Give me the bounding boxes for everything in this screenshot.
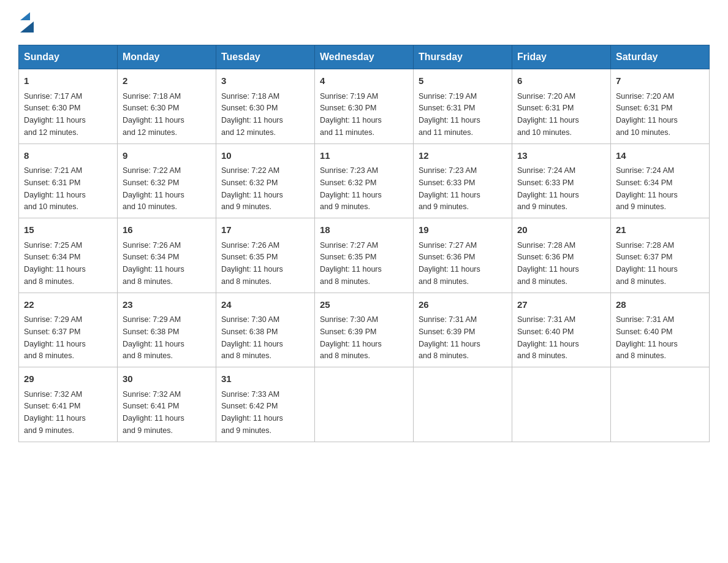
calendar-cell: 7 Sunrise: 7:20 AMSunset: 6:31 PMDayligh… [611, 69, 710, 144]
day-info: Sunrise: 7:20 AMSunset: 6:31 PMDaylight:… [616, 92, 678, 137]
day-info: Sunrise: 7:26 AMSunset: 6:35 PMDaylight:… [221, 241, 283, 286]
calendar-cell: 21 Sunrise: 7:28 AMSunset: 6:37 PMDaylig… [611, 218, 710, 293]
day-info: Sunrise: 7:33 AMSunset: 6:42 PMDaylight:… [221, 390, 283, 435]
day-number: 18 [320, 223, 408, 237]
day-info: Sunrise: 7:28 AMSunset: 6:37 PMDaylight:… [616, 241, 678, 286]
day-number: 25 [320, 298, 408, 312]
day-info: Sunrise: 7:28 AMSunset: 6:36 PMDaylight:… [517, 241, 579, 286]
day-number: 5 [419, 74, 507, 88]
calendar-cell: 16 Sunrise: 7:26 AMSunset: 6:34 PMDaylig… [118, 218, 216, 293]
calendar-cell: 11 Sunrise: 7:23 AMSunset: 6:32 PMDaylig… [315, 144, 414, 218]
calendar-cell: 4 Sunrise: 7:19 AMSunset: 6:30 PMDayligh… [315, 69, 414, 144]
week-row-5: 29 Sunrise: 7:32 AMSunset: 6:41 PMDaylig… [19, 367, 710, 442]
header-saturday: Saturday [611, 45, 710, 69]
calendar-cell: 30 Sunrise: 7:32 AMSunset: 6:41 PMDaylig… [118, 367, 216, 442]
logo-triangle-bottom [20, 21, 34, 33]
week-row-2: 8 Sunrise: 7:21 AMSunset: 6:31 PMDayligh… [19, 144, 710, 218]
calendar-cell: 1 Sunrise: 7:17 AMSunset: 6:30 PMDayligh… [19, 69, 118, 144]
logo [18, 12, 34, 33]
day-number: 24 [221, 298, 309, 312]
day-number: 11 [320, 149, 408, 163]
day-number: 14 [616, 149, 704, 163]
day-number: 9 [123, 149, 211, 163]
calendar-cell: 19 Sunrise: 7:27 AMSunset: 6:36 PMDaylig… [414, 218, 512, 293]
calendar-cell: 2 Sunrise: 7:18 AMSunset: 6:30 PMDayligh… [118, 69, 216, 144]
header-thursday: Thursday [414, 45, 512, 69]
calendar-cell: 23 Sunrise: 7:29 AMSunset: 6:38 PMDaylig… [118, 293, 216, 367]
day-info: Sunrise: 7:19 AMSunset: 6:31 PMDaylight:… [419, 92, 480, 137]
calendar-cell: 28 Sunrise: 7:31 AMSunset: 6:40 PMDaylig… [611, 293, 710, 367]
day-info: Sunrise: 7:18 AMSunset: 6:30 PMDaylight:… [221, 92, 283, 137]
day-number: 19 [419, 223, 507, 237]
calendar-cell: 8 Sunrise: 7:21 AMSunset: 6:31 PMDayligh… [19, 144, 118, 218]
day-info: Sunrise: 7:20 AMSunset: 6:31 PMDaylight:… [517, 92, 579, 137]
day-number: 7 [616, 74, 704, 88]
day-number: 28 [616, 298, 704, 312]
day-info: Sunrise: 7:27 AMSunset: 6:35 PMDaylight:… [320, 241, 382, 286]
day-number: 21 [616, 223, 704, 237]
calendar-cell [315, 367, 414, 442]
calendar-cell: 26 Sunrise: 7:31 AMSunset: 6:39 PMDaylig… [414, 293, 512, 367]
day-number: 1 [24, 74, 112, 88]
day-number: 4 [320, 74, 408, 88]
day-number: 10 [221, 149, 309, 163]
day-info: Sunrise: 7:24 AMSunset: 6:34 PMDaylight:… [616, 166, 678, 211]
day-info: Sunrise: 7:18 AMSunset: 6:30 PMDaylight:… [123, 92, 184, 137]
day-info: Sunrise: 7:22 AMSunset: 6:32 PMDaylight:… [221, 166, 283, 211]
header-friday: Friday [512, 45, 611, 69]
day-info: Sunrise: 7:31 AMSunset: 6:40 PMDaylight:… [517, 315, 579, 360]
day-info: Sunrise: 7:32 AMSunset: 6:41 PMDaylight:… [24, 390, 86, 435]
day-number: 23 [123, 298, 211, 312]
calendar-cell: 24 Sunrise: 7:30 AMSunset: 6:38 PMDaylig… [216, 293, 315, 367]
day-info: Sunrise: 7:25 AMSunset: 6:34 PMDaylight:… [24, 241, 86, 286]
day-number: 6 [517, 74, 605, 88]
week-row-4: 22 Sunrise: 7:29 AMSunset: 6:37 PMDaylig… [19, 293, 710, 367]
day-info: Sunrise: 7:26 AMSunset: 6:34 PMDaylight:… [123, 241, 184, 286]
calendar-cell: 9 Sunrise: 7:22 AMSunset: 6:32 PMDayligh… [118, 144, 216, 218]
calendar-cell: 13 Sunrise: 7:24 AMSunset: 6:33 PMDaylig… [512, 144, 611, 218]
day-info: Sunrise: 7:31 AMSunset: 6:39 PMDaylight:… [419, 315, 480, 360]
calendar-cell: 12 Sunrise: 7:23 AMSunset: 6:33 PMDaylig… [414, 144, 512, 218]
calendar-cell: 17 Sunrise: 7:26 AMSunset: 6:35 PMDaylig… [216, 218, 315, 293]
day-info: Sunrise: 7:23 AMSunset: 6:32 PMDaylight:… [320, 166, 382, 211]
week-row-1: 1 Sunrise: 7:17 AMSunset: 6:30 PMDayligh… [19, 69, 710, 144]
calendar-cell: 15 Sunrise: 7:25 AMSunset: 6:34 PMDaylig… [19, 218, 118, 293]
day-number: 22 [24, 298, 112, 312]
day-info: Sunrise: 7:17 AMSunset: 6:30 PMDaylight:… [24, 92, 86, 137]
day-number: 15 [24, 223, 112, 237]
day-info: Sunrise: 7:23 AMSunset: 6:33 PMDaylight:… [419, 166, 480, 211]
day-number: 26 [419, 298, 507, 312]
calendar-cell: 3 Sunrise: 7:18 AMSunset: 6:30 PMDayligh… [216, 69, 315, 144]
day-info: Sunrise: 7:29 AMSunset: 6:37 PMDaylight:… [24, 315, 86, 360]
calendar-cell: 14 Sunrise: 7:24 AMSunset: 6:34 PMDaylig… [611, 144, 710, 218]
calendar-cell: 22 Sunrise: 7:29 AMSunset: 6:37 PMDaylig… [19, 293, 118, 367]
calendar-table: SundayMondayTuesdayWednesdayThursdayFrid… [18, 45, 710, 442]
day-number: 16 [123, 223, 211, 237]
day-number: 8 [24, 149, 112, 163]
calendar-cell: 18 Sunrise: 7:27 AMSunset: 6:35 PMDaylig… [315, 218, 414, 293]
logo-triangle [20, 12, 34, 33]
day-number: 27 [517, 298, 605, 312]
day-info: Sunrise: 7:29 AMSunset: 6:38 PMDaylight:… [123, 315, 184, 360]
day-info: Sunrise: 7:30 AMSunset: 6:38 PMDaylight:… [221, 315, 283, 360]
calendar-header-row: SundayMondayTuesdayWednesdayThursdayFrid… [19, 45, 710, 69]
calendar-cell: 20 Sunrise: 7:28 AMSunset: 6:36 PMDaylig… [512, 218, 611, 293]
calendar-cell: 5 Sunrise: 7:19 AMSunset: 6:31 PMDayligh… [414, 69, 512, 144]
header-monday: Monday [118, 45, 216, 69]
day-info: Sunrise: 7:22 AMSunset: 6:32 PMDaylight:… [123, 166, 184, 211]
calendar-cell: 10 Sunrise: 7:22 AMSunset: 6:32 PMDaylig… [216, 144, 315, 218]
day-number: 30 [123, 372, 211, 386]
day-number: 17 [221, 223, 309, 237]
day-info: Sunrise: 7:19 AMSunset: 6:30 PMDaylight:… [320, 92, 382, 137]
logo-triangle-top [20, 12, 30, 20]
day-info: Sunrise: 7:30 AMSunset: 6:39 PMDaylight:… [320, 315, 382, 360]
day-number: 13 [517, 149, 605, 163]
day-number: 31 [221, 372, 309, 386]
calendar-cell: 31 Sunrise: 7:33 AMSunset: 6:42 PMDaylig… [216, 367, 315, 442]
page-header [18, 12, 710, 33]
day-number: 20 [517, 223, 605, 237]
day-info: Sunrise: 7:27 AMSunset: 6:36 PMDaylight:… [419, 241, 480, 286]
calendar-cell: 29 Sunrise: 7:32 AMSunset: 6:41 PMDaylig… [19, 367, 118, 442]
header-sunday: Sunday [19, 45, 118, 69]
day-number: 29 [24, 372, 112, 386]
